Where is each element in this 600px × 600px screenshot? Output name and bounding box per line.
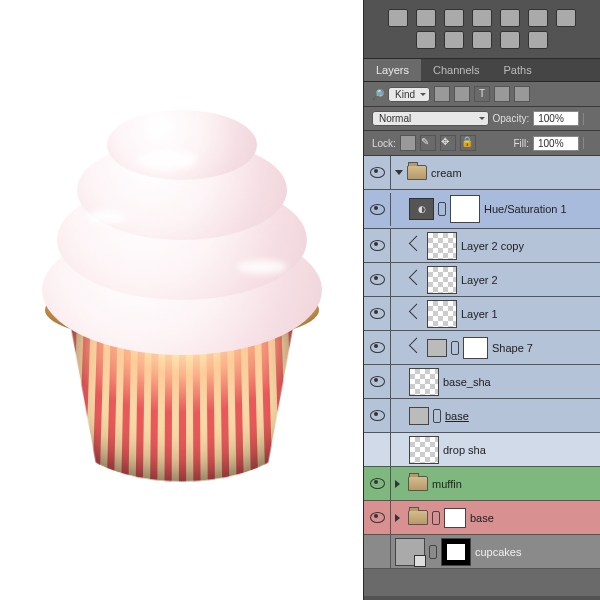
layer-name[interactable]: Shape 7 xyxy=(492,342,596,354)
filter-type-icon[interactable]: T xyxy=(474,86,490,102)
layer-drop-sha[interactable]: drop sha xyxy=(364,433,600,467)
visibility-toggle-icon[interactable] xyxy=(370,478,385,489)
folder-icon xyxy=(408,476,428,491)
tool-icon[interactable] xyxy=(528,31,548,49)
disclosure-icon[interactable] xyxy=(395,170,403,179)
visibility-toggle-icon[interactable] xyxy=(370,308,385,319)
layer-layer1[interactable]: Layer 1 xyxy=(364,297,600,331)
layer-name[interactable]: Hue/Saturation 1 xyxy=(484,203,596,215)
layer-mask-thumb[interactable] xyxy=(450,195,480,223)
lock-label: Lock: xyxy=(372,138,396,149)
layer-name[interactable]: Layer 2 xyxy=(461,274,596,286)
layer-filter-row: 🔎 Kind T xyxy=(364,82,600,107)
layer-name[interactable]: Layer 2 copy xyxy=(461,240,596,252)
disclosure-icon[interactable] xyxy=(395,480,404,488)
document-canvas[interactable] xyxy=(0,0,364,600)
link-icon[interactable] xyxy=(429,545,437,559)
link-icon[interactable] xyxy=(433,409,441,423)
adjustment-icon: ◐ xyxy=(409,198,434,220)
fill-input[interactable]: 100% xyxy=(533,136,579,151)
visibility-toggle-icon[interactable] xyxy=(370,240,385,251)
folder-icon xyxy=(408,510,428,525)
tool-icon[interactable] xyxy=(388,9,408,27)
tool-icon[interactable] xyxy=(500,9,520,27)
layer-base-sha[interactable]: base_sha xyxy=(364,365,600,399)
filter-adjust-icon[interactable] xyxy=(454,86,470,102)
layer-thumb[interactable] xyxy=(427,266,457,294)
layer-thumb[interactable] xyxy=(427,300,457,328)
link-icon[interactable] xyxy=(432,511,440,525)
tab-layers[interactable]: Layers xyxy=(364,59,421,81)
layer-mask-thumb[interactable] xyxy=(441,538,471,566)
layers-list[interactable]: cream ◐Hue/Saturation 1 Layer 2 copy Lay… xyxy=(364,156,600,596)
tool-icon[interactable] xyxy=(416,31,436,49)
clip-icon xyxy=(409,304,425,320)
layer-thumb[interactable] xyxy=(427,339,447,357)
layer-name[interactable]: cupcakes xyxy=(475,546,596,558)
tool-icon[interactable] xyxy=(444,31,464,49)
tool-icon[interactable] xyxy=(556,9,576,27)
tool-icon[interactable] xyxy=(528,9,548,27)
layer-name[interactable]: cream xyxy=(431,167,596,179)
tool-icon[interactable] xyxy=(444,9,464,27)
options-bar-icons xyxy=(364,0,600,59)
layer-name[interactable]: base_sha xyxy=(443,376,596,388)
blend-mode-dropdown[interactable]: Normal xyxy=(372,111,489,126)
lock-all-icon[interactable]: 🔒 xyxy=(460,135,476,151)
visibility-toggle-icon[interactable] xyxy=(370,204,385,215)
cupcake-artwork xyxy=(37,120,327,480)
layer-shape7[interactable]: Shape 7 xyxy=(364,331,600,365)
layer-thumb[interactable] xyxy=(409,407,429,425)
filter-smart-icon[interactable] xyxy=(514,86,530,102)
visibility-toggle-icon[interactable] xyxy=(370,274,385,285)
blend-row: Normal Opacity: 100% xyxy=(364,107,600,131)
filter-shape-icon[interactable] xyxy=(494,86,510,102)
filter-pixel-icon[interactable] xyxy=(434,86,450,102)
folder-icon xyxy=(407,165,427,180)
visibility-toggle-icon[interactable] xyxy=(370,376,385,387)
visibility-toggle-icon[interactable] xyxy=(370,167,385,178)
disclosure-icon[interactable] xyxy=(395,514,404,522)
layer-thumb[interactable] xyxy=(409,368,439,396)
layer-thumb[interactable] xyxy=(409,436,439,464)
fill-label: Fill: xyxy=(513,138,529,149)
layer-layer2[interactable]: Layer 2 xyxy=(364,263,600,297)
layer-mask-thumb[interactable] xyxy=(463,337,488,359)
lock-move-icon[interactable]: ✥ xyxy=(440,135,456,151)
layer-name[interactable]: drop sha xyxy=(443,444,596,456)
layers-panel: Layers Channels Paths 🔎 Kind T Normal Op… xyxy=(363,0,600,600)
tab-channels[interactable]: Channels xyxy=(421,59,491,81)
clip-icon xyxy=(409,270,425,286)
tool-icon[interactable] xyxy=(472,9,492,27)
opacity-input[interactable]: 100% xyxy=(533,111,579,126)
lock-paint-icon[interactable]: ✎ xyxy=(420,135,436,151)
layer-cupcakes[interactable]: cupcakes xyxy=(364,535,600,569)
layer-name[interactable]: Layer 1 xyxy=(461,308,596,320)
panel-tabs: Layers Channels Paths xyxy=(364,59,600,82)
group-cream[interactable]: cream xyxy=(364,156,600,190)
group-base[interactable]: base xyxy=(364,501,600,535)
opacity-label: Opacity: xyxy=(493,113,530,124)
tab-paths[interactable]: Paths xyxy=(492,59,544,81)
group-muffin[interactable]: muffin xyxy=(364,467,600,501)
clip-icon xyxy=(409,338,425,354)
tool-icon[interactable] xyxy=(416,9,436,27)
layer-name[interactable]: muffin xyxy=(432,478,596,490)
layer-thumb[interactable] xyxy=(427,232,457,260)
visibility-toggle-icon[interactable] xyxy=(370,342,385,353)
visibility-toggle-icon[interactable] xyxy=(370,512,385,523)
link-icon[interactable] xyxy=(438,202,446,216)
layer-name[interactable]: base xyxy=(445,410,596,422)
filter-kind-dropdown[interactable]: Kind xyxy=(388,87,430,102)
lock-trans-icon[interactable] xyxy=(400,135,416,151)
layer-hue-saturation[interactable]: ◐Hue/Saturation 1 xyxy=(364,190,600,229)
layer-base[interactable]: base xyxy=(364,399,600,433)
visibility-toggle-icon[interactable] xyxy=(370,410,385,421)
layer-name[interactable]: base xyxy=(470,512,596,524)
smart-object-thumb[interactable] xyxy=(395,538,425,566)
tool-icon[interactable] xyxy=(472,31,492,49)
layer-mask-thumb[interactable] xyxy=(444,508,466,528)
link-icon[interactable] xyxy=(451,341,459,355)
layer-layer2copy[interactable]: Layer 2 copy xyxy=(364,229,600,263)
tool-icon[interactable] xyxy=(500,31,520,49)
